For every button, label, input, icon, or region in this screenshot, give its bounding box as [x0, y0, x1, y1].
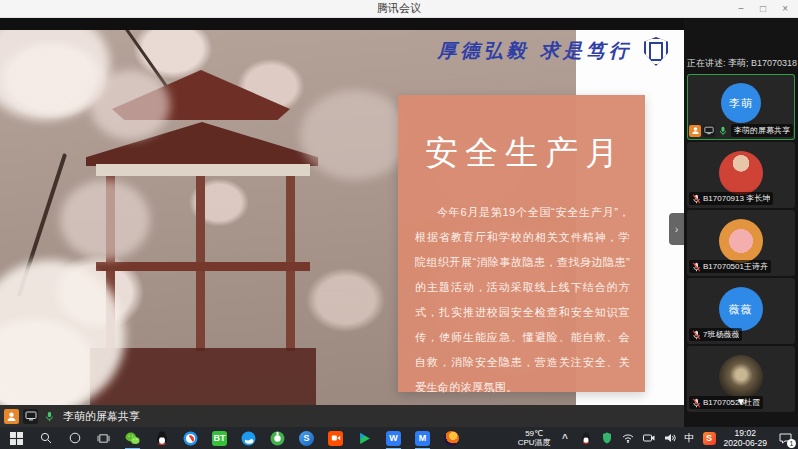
- cpu-temp-label: CPU温度: [518, 438, 551, 447]
- cpu-temp-widget[interactable]: 59℃ CPU温度: [518, 429, 551, 447]
- window-title: 腾讯会议: [377, 1, 421, 16]
- qq-tray-icon[interactable]: [580, 432, 593, 445]
- maximize-button[interactable]: □: [760, 0, 766, 18]
- avatar-photo: [719, 219, 763, 263]
- bt-app-icon[interactable]: BT: [211, 430, 228, 447]
- avatar-photo: [719, 355, 763, 399]
- qq-browser-app-icon[interactable]: [240, 430, 257, 447]
- screen-share-icon: [23, 409, 38, 424]
- presenter-icon: [4, 409, 19, 424]
- sogou-browser-app-icon[interactable]: S: [298, 430, 315, 447]
- ime-language-indicator[interactable]: 中: [685, 431, 695, 445]
- screen-share-view: 厚德弘毅 求是笃行 安全生产月 今年6月是第19个全国“安全生产月”，根据省教育…: [0, 30, 684, 405]
- wps-app-label: W: [389, 433, 398, 443]
- wps-app-icon[interactable]: W: [385, 430, 402, 447]
- notification-badge: 1: [787, 439, 796, 448]
- media-player-app-icon[interactable]: [182, 430, 199, 447]
- share-status-bar: 李萌的屏幕共享: [0, 405, 684, 427]
- mic-muted-icon: [692, 330, 701, 340]
- school-badge-icon: [644, 37, 668, 66]
- cpu-temp-value: 59℃: [518, 429, 551, 438]
- wechat-app-icon[interactable]: [124, 430, 141, 447]
- meeting-main-area: 厚德弘毅 求是笃行 安全生产月 今年6月是第19个全国“安全生产月”，根据省教育…: [0, 18, 798, 427]
- tile-label: 李萌的屏幕共享: [689, 124, 793, 137]
- sogou-browser-label: S: [303, 433, 309, 443]
- camera-tray-icon[interactable]: [643, 432, 656, 445]
- chevron-right-icon: ›: [675, 223, 679, 235]
- more-participants-button[interactable]: ▼: [684, 396, 798, 407]
- presenter-icon: [689, 125, 701, 137]
- volume-tray-icon[interactable]: [664, 432, 677, 445]
- start-button[interactable]: [8, 430, 25, 447]
- kuaishou-app-icon[interactable]: [327, 430, 344, 447]
- sogou-ime-label: S: [706, 433, 712, 443]
- participant-tile[interactable]: B17070501王诗卉: [687, 210, 795, 276]
- firefox-app-icon[interactable]: [443, 430, 460, 447]
- chevron-up-icon: ^: [562, 433, 568, 444]
- screen-share-icon: [703, 125, 715, 137]
- slide-body-text: 今年6月是第19个全国“安全生产月”，根据省教育厅和学校的相关文件精神，学院组织…: [415, 200, 630, 400]
- pavilion-railing: [96, 262, 310, 271]
- avatar: 薇薇: [719, 287, 763, 331]
- speaking-banner: 正在讲述: 李萌; B17070318-杨...: [687, 57, 797, 71]
- sogou-ime-icon[interactable]: S: [703, 432, 716, 445]
- tray-expand-button[interactable]: ^: [559, 432, 572, 445]
- participant-tile-limeng[interactable]: 李萌 李萌的屏幕共享: [687, 74, 795, 140]
- task-view-icon[interactable]: [95, 430, 112, 447]
- notification-center-button[interactable]: 1: [779, 432, 792, 445]
- school-motto-calligraphy: 厚德弘毅 求是笃行: [437, 38, 632, 64]
- window-titlebar: 腾讯会议 − □ ×: [0, 0, 798, 18]
- screen: 腾讯会议 − □ ×: [0, 0, 798, 449]
- close-button[interactable]: ×: [782, 0, 788, 18]
- sidebar-collapse-tab[interactable]: ›: [669, 213, 684, 245]
- slide-text-panel: 安全生产月 今年6月是第19个全国“安全生产月”，根据省教育厅和学校的相关文件精…: [398, 95, 645, 392]
- qq-app-icon[interactable]: [153, 430, 170, 447]
- participants-sidebar: 正在讲述: 李萌; B17070318-杨... 李萌: [684, 18, 798, 427]
- bt-app-label: BT: [214, 433, 226, 443]
- clock-time: 19:02: [724, 428, 767, 438]
- mic-on-icon: [717, 125, 729, 137]
- search-icon[interactable]: [37, 430, 54, 447]
- slide-title: 安全生产月: [398, 131, 645, 176]
- 360-security-app-icon[interactable]: [269, 430, 286, 447]
- pavilion-eave: [96, 164, 310, 176]
- participant-name: 7班杨薇薇: [703, 329, 739, 340]
- share-status-label: 李萌的屏幕共享: [63, 409, 140, 424]
- participant-name: 李萌的屏幕共享: [734, 125, 790, 136]
- chevron-down-icon: ▼: [736, 396, 746, 407]
- participant-tile[interactable]: B17070913 李长坤: [687, 142, 795, 208]
- video-player-app-icon[interactable]: [356, 430, 373, 447]
- clock-date: 2020-06-29: [724, 438, 767, 448]
- mic-muted-icon: [692, 194, 701, 204]
- windows-taskbar: BT S W M 59℃: [0, 427, 798, 449]
- participant-tiles: 李萌 李萌的屏幕共享: [687, 74, 795, 414]
- avatar-initials: 薇薇: [729, 302, 753, 317]
- participant-name: B17070913 李长坤: [703, 193, 770, 204]
- avatar-photo: [719, 151, 763, 195]
- participant-tile[interactable]: 薇薇 7班杨薇薇: [687, 278, 795, 344]
- mic-on-icon: [42, 409, 57, 424]
- pavilion-base: [90, 348, 316, 405]
- system-tray: 59℃ CPU温度 ^ 中 S: [518, 428, 792, 448]
- cortana-icon[interactable]: [66, 430, 83, 447]
- mic-muted-icon: [692, 262, 701, 272]
- mooc-app-icon[interactable]: M: [414, 430, 431, 447]
- participant-name: B17070501王诗卉: [703, 261, 768, 272]
- security-shield-tray-icon[interactable]: [601, 432, 614, 445]
- avatar-initials: 李萌: [729, 96, 753, 111]
- avatar: 李萌: [721, 83, 761, 123]
- minimize-button[interactable]: −: [738, 0, 744, 18]
- clock-widget[interactable]: 19:02 2020-06-29: [724, 428, 767, 448]
- network-tray-icon[interactable]: [622, 432, 635, 445]
- mooc-app-label: M: [419, 433, 427, 443]
